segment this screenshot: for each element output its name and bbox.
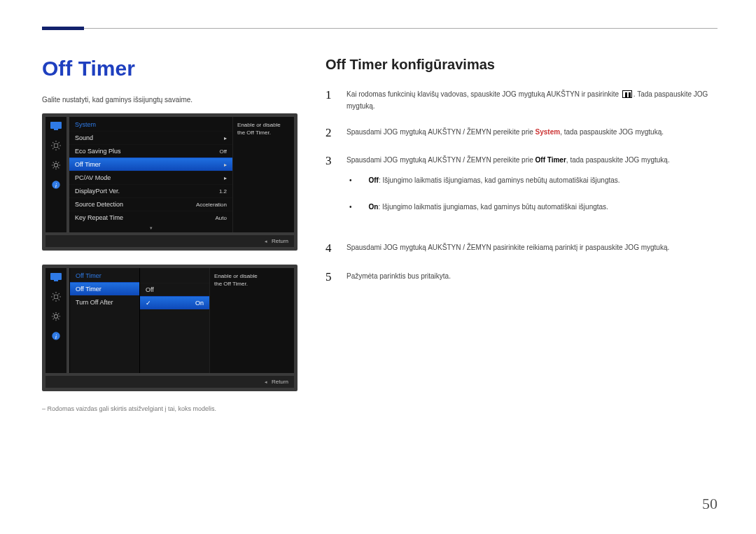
osd-footer: ◂ Return xyxy=(46,235,294,247)
menu-icon xyxy=(622,90,632,98)
svg-point-9 xyxy=(54,314,57,318)
osd-option[interactable]: Off xyxy=(140,283,209,296)
step-item: 5Pažymėta parinktis bus pritaikyta. xyxy=(326,270,718,284)
osd-menu-title: Off Timer xyxy=(70,268,139,282)
osd-footer: ◂ Return xyxy=(46,376,294,388)
osd-row[interactable]: DisplayPort Ver.1.2 xyxy=(69,184,232,197)
adjust-icon xyxy=(50,292,62,302)
osd-menu-title: System xyxy=(69,117,232,131)
header-rule xyxy=(42,28,718,29)
osd-side-icons: i xyxy=(46,117,66,232)
return-label: Return xyxy=(272,238,288,244)
osd1-list: SystemSound▸Eco Saving PlusOffOff Timer▸… xyxy=(69,117,232,232)
gear-icon xyxy=(50,160,62,170)
header-accent xyxy=(42,27,84,30)
info-icon: i xyxy=(50,180,62,190)
osd-row-label: Source Detection xyxy=(75,201,123,208)
step-number: 5 xyxy=(326,270,337,284)
triangle-left-icon: ◂ xyxy=(265,379,267,385)
page-title: Off Timer xyxy=(42,57,298,80)
sublist-item: Off: Išjungimo laikmatis išjungiamas, ka… xyxy=(346,174,718,187)
step-item: 3Spausdami JOG mygtuką AUKŠTYN / ŽEMYN p… xyxy=(326,154,718,227)
info-icon: i xyxy=(50,331,62,341)
osd-row-label: Sound xyxy=(75,134,93,141)
step-item: 2Spausdami JOG mygtuką AUKŠTYN / ŽEMYN p… xyxy=(326,126,718,140)
svg-rect-7 xyxy=(54,280,58,281)
osd-option-label: On xyxy=(195,300,204,307)
step-text: Spausdami JOG mygtuką AUKŠTYN / ŽEMYN pa… xyxy=(346,241,718,255)
osd-row-value: Auto xyxy=(216,215,227,221)
page-number: 50 xyxy=(702,495,718,513)
osd-row[interactable]: Source DetectionAcceleration xyxy=(69,197,232,211)
osd-row-label: Off Timer xyxy=(75,161,101,168)
osd-row-value: 1.2 xyxy=(219,188,227,195)
picture-icon xyxy=(50,272,62,282)
osd-option[interactable]: ✓On xyxy=(140,296,209,309)
osd2-list: Off TimerOff TimerTurn Off After xyxy=(69,268,139,373)
osd-system-menu: i SystemSound▸Eco Saving PlusOffOff Time… xyxy=(42,113,298,251)
step-number: 1 xyxy=(326,88,337,112)
osd-row-value: Off xyxy=(219,148,227,155)
osd-row-value: ▸ xyxy=(224,162,227,168)
osd-row[interactable]: Turn Off After xyxy=(70,295,139,309)
osd-row[interactable]: PC/AV Mode▸ xyxy=(69,171,232,184)
osd-help-text: Enable or disable the Off Timer. xyxy=(209,268,271,373)
svg-rect-1 xyxy=(54,129,58,130)
osd2-options: Off✓On xyxy=(139,268,209,373)
step-number: 3 xyxy=(326,154,337,227)
chevron-down-icon: ▾ xyxy=(69,224,232,232)
steps-list: 1Kai rodomas funkcinių klavišų vadovas, … xyxy=(326,88,718,284)
picture-icon xyxy=(50,121,62,131)
osd-side-icons: i xyxy=(46,268,66,373)
osd-row[interactable]: Eco Saving PlusOff xyxy=(69,144,232,157)
return-label: Return xyxy=(272,379,288,385)
osd-row-label: Key Repeat Time xyxy=(75,214,123,221)
step-number: 4 xyxy=(326,241,337,255)
osd-row-label: Eco Saving Plus xyxy=(75,148,121,155)
osd-option-label: Off xyxy=(146,286,154,293)
osd-row[interactable]: Key Repeat TimeAuto xyxy=(69,211,232,224)
osd-help-text: Enable or disable the Off Timer. xyxy=(232,117,294,232)
osd-row-label: DisplayPort Ver. xyxy=(75,188,120,195)
osd-row[interactable]: Off Timer xyxy=(70,282,139,295)
osd-row-value: ▸ xyxy=(224,135,227,141)
adjust-icon xyxy=(50,141,62,150)
step-text: Spausdami JOG mygtuką AUKŠTYN / ŽEMYN pe… xyxy=(346,126,718,140)
check-icon: ✓ xyxy=(146,300,151,307)
step-text: Spausdami JOG mygtuką AUKŠTYN / ŽEMYN pe… xyxy=(346,154,718,227)
osd-row-value: ▸ xyxy=(224,175,227,181)
step-text: Pažymėta parinktis bus pritaikyta. xyxy=(346,270,718,284)
step-item: 4Spausdami JOG mygtuką AUKŠTYN / ŽEMYN p… xyxy=(326,241,718,255)
osd-offtimer-menu: i Off TimerOff TimerTurn Off After Off✓O… xyxy=(42,265,298,391)
sublist-item: On: Išjungimo laikmatis įjungiamas, kad … xyxy=(346,201,718,213)
osd-row[interactable]: Sound▸ xyxy=(69,131,232,144)
triangle-left-icon: ◂ xyxy=(265,239,267,244)
section-subtitle: Off Timer konfigūravimas xyxy=(326,57,718,73)
gear-icon xyxy=(50,311,62,321)
image-caption: Rodomas vaizdas gali skirtis atsižvelgia… xyxy=(42,405,298,412)
svg-rect-8 xyxy=(54,295,57,298)
svg-point-3 xyxy=(54,163,57,167)
svg-rect-2 xyxy=(54,143,57,147)
step-item: 1Kai rodomas funkcinių klavišų vadovas, … xyxy=(326,88,718,112)
intro-text: Galite nustatyti, kad gaminys išsijungtų… xyxy=(42,96,298,104)
osd-row-label: PC/AV Mode xyxy=(75,174,111,181)
osd-row-value: Acceleration xyxy=(196,202,227,208)
svg-rect-0 xyxy=(50,122,62,129)
step-number: 2 xyxy=(326,126,337,140)
svg-rect-6 xyxy=(50,273,62,280)
osd-row[interactable]: Off Timer▸ xyxy=(69,157,232,171)
step-text: Kai rodomas funkcinių klavišų vadovas, s… xyxy=(346,88,718,112)
step-sublist: Off: Išjungimo laikmatis išjungiamas, ka… xyxy=(346,174,718,213)
